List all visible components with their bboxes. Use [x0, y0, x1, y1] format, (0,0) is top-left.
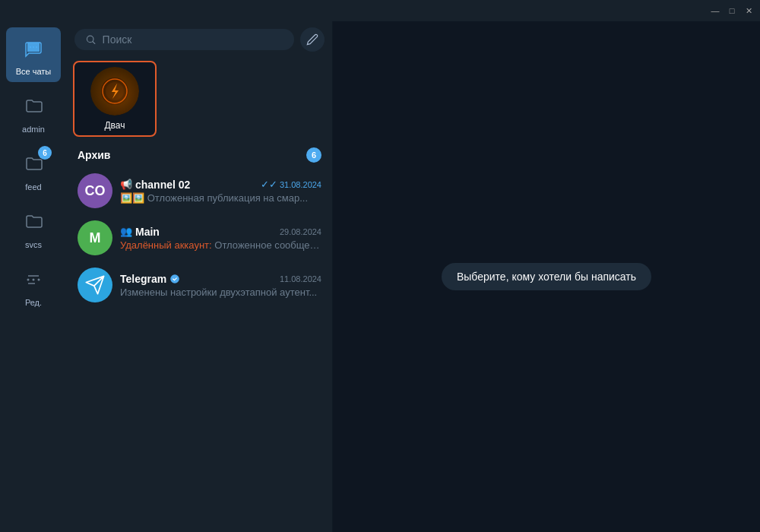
chat-avatar-telegram	[78, 268, 112, 302]
svg-point-10	[103, 79, 127, 103]
group-icon: 👥	[120, 226, 132, 237]
svg-marker-12	[112, 84, 119, 99]
chat-time-main: 29.08.2024	[280, 227, 321, 236]
right-panel: Выберите, кому хотели бы написать	[333, 21, 760, 532]
chat-info-main: 👥 Main 29.08.2024 Удалённый аккаунт: Отл…	[120, 226, 321, 251]
minimize-button[interactable]: —	[710, 5, 720, 16]
feed-badge: 6	[38, 146, 52, 160]
archive-header: Архив 6	[67, 143, 332, 167]
chat-name-main: 👥 Main	[120, 226, 160, 238]
sidebar-item-edit[interactable]: Ред.	[6, 258, 61, 313]
archive-badge: 6	[306, 147, 321, 163]
chat-item-channel02[interactable]: CO 📢 channel 02 ✓✓ 31.08.2024 🖼️🖼️	[67, 167, 332, 214]
sidebar-item-svcs[interactable]: svcs	[6, 201, 61, 255]
sidebar-label-all-chats: Все чаты	[16, 67, 52, 76]
chat-name-telegram: Telegram	[120, 273, 180, 285]
chat-list: CO 📢 channel 02 ✓✓ 31.08.2024 🖼️🖼️	[67, 167, 332, 532]
chat-item-telegram[interactable]: Telegram 11.08.2024 Изменены настройки д…	[67, 261, 332, 309]
chat-preview-main: Удалённый аккаунт: Отложенное сообщен...	[120, 239, 321, 251]
svg-point-14	[170, 274, 179, 283]
lightning-avatar	[90, 67, 139, 116]
sidebar-label-admin: admin	[22, 125, 45, 134]
chat-time-channel02: ✓✓ 31.08.2024	[261, 179, 321, 190]
icon-sidebar: Все чаты admin 6 feed	[0, 21, 67, 532]
chat-name-row-main: 👥 Main 29.08.2024	[120, 226, 321, 238]
channel-icon: 📢	[120, 179, 132, 190]
chat-item-main[interactable]: M 👥 Main 29.08.2024 Удалённый аккаунт: О…	[67, 214, 332, 261]
maximize-button[interactable]: □	[727, 5, 737, 16]
chat-preview-channel02: 🖼️🖼️ Отложенная публикация на смар...	[120, 192, 321, 204]
close-button[interactable]: ✕	[743, 5, 754, 16]
chat-name-row-telegram: Telegram 11.08.2024	[120, 273, 321, 285]
svg-point-0	[30, 46, 31, 48]
sidebar-item-admin[interactable]: admin	[6, 85, 61, 140]
feed-icon-area: 6	[18, 149, 49, 179]
all-chats-icon-area	[18, 33, 49, 64]
svg-point-3	[27, 279, 30, 281]
compose-button[interactable]	[300, 27, 325, 52]
svg-point-5	[38, 279, 40, 281]
edit-icon	[24, 271, 43, 289]
edit-icon-area	[18, 264, 49, 295]
svg-point-9	[101, 78, 128, 105]
select-chat-hint: Выберите, кому хотели бы написать	[442, 263, 651, 290]
story-item-dvach[interactable]: Двач	[73, 61, 157, 137]
search-wrapper[interactable]	[74, 29, 294, 50]
svg-marker-13	[112, 84, 119, 99]
pen-icon	[306, 33, 318, 46]
search-input[interactable]	[103, 33, 283, 46]
chat-time-telegram: 11.08.2024	[280, 274, 321, 283]
chat-name-channel02: 📢 channel 02	[120, 179, 190, 191]
folder-icon	[24, 97, 43, 116]
story-avatar	[90, 67, 139, 116]
sidebar-label-edit: Ред.	[25, 298, 42, 307]
chat-preview-telegram: Изменены настройки двухэтапной аутент...	[120, 287, 321, 298]
search-bar	[67, 21, 332, 58]
sidebar-item-all-chats[interactable]: Все чаты	[6, 27, 61, 82]
svcs-icon-area	[18, 207, 49, 237]
chat-name-row-channel02: 📢 channel 02 ✓✓ 31.08.2024	[120, 179, 321, 191]
app-body: Все чаты admin 6 feed	[0, 21, 760, 532]
svg-point-2	[36, 46, 37, 48]
archive-title: Архив	[78, 149, 110, 161]
chat-panel: Двач Архив 6 CO 📢 channel 02	[67, 21, 333, 532]
sidebar-label-svcs: svcs	[25, 240, 42, 249]
chat-info-telegram: Telegram 11.08.2024 Изменены настройки д…	[120, 273, 321, 298]
sidebar-item-feed[interactable]: 6 feed	[6, 143, 61, 198]
svcs-folder-icon	[24, 213, 43, 231]
svg-point-1	[33, 46, 34, 48]
chat-avatar-channel02: CO	[78, 173, 112, 208]
chat-icon	[24, 40, 43, 58]
lightning-svg	[101, 78, 128, 105]
double-check-channel02: ✓✓	[261, 179, 277, 190]
search-icon	[85, 33, 97, 46]
verified-icon	[169, 274, 180, 284]
chat-avatar-main: M	[78, 220, 112, 255]
story-row: Двач	[67, 58, 332, 143]
svg-point-4	[33, 279, 35, 281]
telegram-plane-icon	[84, 274, 106, 296]
chat-info-channel02: 📢 channel 02 ✓✓ 31.08.2024 🖼️🖼️ Отложенн…	[120, 179, 321, 204]
admin-icon-area	[18, 91, 49, 122]
story-label: Двач	[104, 120, 125, 131]
titlebar: — □ ✕	[0, 0, 760, 21]
svg-point-11	[106, 82, 124, 100]
sidebar-label-feed: feed	[25, 182, 41, 192]
